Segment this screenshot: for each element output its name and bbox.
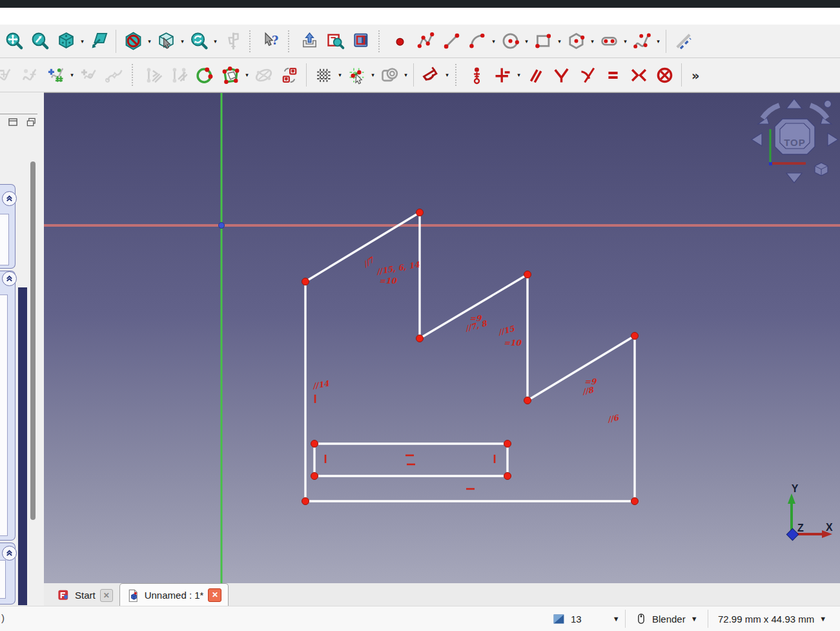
- panel-float-icon[interactable]: [26, 118, 36, 127]
- constraint-label[interactable]: //8: [581, 385, 595, 397]
- create-bspline-dropdown-arrow[interactable]: ▾: [655, 38, 662, 45]
- sketch-edge[interactable]: [528, 336, 635, 400]
- sketch-vertex[interactable]: [311, 473, 318, 480]
- whats-this-button[interactable]: ?: [258, 28, 283, 55]
- box-element-selection-button[interactable]: [153, 28, 179, 55]
- create-line-button[interactable]: [438, 28, 464, 55]
- clone-geometry-button[interactable]: [276, 61, 302, 88]
- mag-refresh-icon: [189, 31, 209, 51]
- draw-style-button[interactable]: [120, 28, 146, 55]
- sketch-canvas[interactable]: //7//15, 6, 14=10=9//7, 8//15=10//14=9//…: [44, 93, 840, 583]
- constraint-tangent-button[interactable]: [574, 61, 600, 88]
- 3d-viewport[interactable]: //7//15, 6, 14=10=9//7, 8//15=10//14=9//…: [44, 92, 840, 583]
- bspline-increase-degree-dropdown-arrow[interactable]: ▾: [68, 72, 76, 78]
- constraint-label[interactable]: //15, 6, 14: [375, 260, 420, 276]
- constraint-label[interactable]: =10: [504, 338, 522, 347]
- toggle-grid-button[interactable]: [311, 61, 336, 88]
- view-fit-selection-plane-button[interactable]: [86, 28, 112, 55]
- sync-view-button[interactable]: [186, 28, 212, 55]
- create-bspline-button[interactable]: [629, 28, 655, 55]
- view-isometric-dropdown-arrow[interactable]: ▾: [79, 38, 86, 45]
- bspline-increase-degree-button[interactable]: [43, 61, 68, 88]
- origin-point[interactable]: [219, 223, 225, 229]
- view-zoom-selection-button[interactable]: [27, 28, 53, 55]
- constraint-label[interactable]: //15: [497, 324, 516, 338]
- collapse-section-button-1[interactable]: [2, 191, 17, 206]
- constraint-equal-button[interactable]: [600, 61, 626, 88]
- panel-dock-icon[interactable]: [8, 118, 18, 127]
- create-arc-dropdown-arrow[interactable]: ▾: [490, 38, 497, 45]
- sketch-vertex[interactable]: [416, 209, 424, 216]
- sync-view-dropdown-arrow[interactable]: ▾: [212, 38, 219, 45]
- collapse-section-button-3[interactable]: [2, 546, 17, 561]
- layer-selector[interactable]: 13 ▼: [552, 606, 620, 631]
- constraint-block-button[interactable]: [651, 61, 677, 88]
- sketch-vertex[interactable]: [302, 498, 309, 505]
- view-section-button[interactable]: [348, 28, 374, 55]
- create-circle-button[interactable]: [497, 28, 523, 55]
- constraint-dimension-button[interactable]: [418, 61, 444, 88]
- render-order-dropdown-arrow[interactable]: ▾: [402, 72, 409, 78]
- view-dimensions-selector[interactable]: 72.99 mm x 44.93 mm ▼: [718, 606, 826, 631]
- box-element-selection-dropdown-arrow[interactable]: ▾: [179, 38, 186, 45]
- collapse-section-button-2[interactable]: [2, 271, 17, 286]
- toggle-snap-button[interactable]: [343, 61, 369, 88]
- tab-close-button[interactable]: ✕: [208, 588, 221, 602]
- tab-unnamed-1[interactable]: Unnamed : 1*✕: [119, 583, 229, 606]
- create-polyline-button[interactable]: [413, 28, 438, 55]
- create-polygon-button[interactable]: [563, 28, 589, 55]
- constraint-dimension-dropdown-arrow[interactable]: ▾: [444, 72, 451, 78]
- create-polygon-dropdown-arrow[interactable]: ▾: [589, 38, 596, 45]
- sketch-vertex[interactable]: [416, 335, 424, 342]
- render-order-button[interactable]: [376, 61, 402, 88]
- toggle-construction-geometry-button[interactable]: [670, 28, 696, 55]
- sketch-vertex[interactable]: [311, 440, 318, 448]
- bspline-control-polygon-dropdown-arrow[interactable]: ▾: [243, 72, 251, 78]
- tab-start[interactable]: Start✕: [50, 584, 119, 606]
- navigation-cube[interactable]: TOP: [749, 94, 840, 186]
- navigation-style-selector[interactable]: Blender ▼: [635, 606, 698, 631]
- constraint-label[interactable]: //7: [361, 255, 376, 270]
- create-point-button[interactable]: [387, 28, 413, 55]
- sketch-vertex[interactable]: [524, 397, 531, 404]
- mouse-icon: [635, 612, 647, 625]
- constraint-parallel-button[interactable]: [522, 61, 548, 88]
- constraint-label[interactable]: //14: [311, 379, 330, 391]
- constraint-coincident-button[interactable]: [464, 61, 489, 88]
- tab-close-button[interactable]: ✕: [100, 589, 113, 602]
- constraint-label[interactable]: =9: [584, 377, 597, 386]
- create-circle-dropdown-arrow[interactable]: ▾: [523, 38, 530, 45]
- constraint-horizontal-vertical-button[interactable]: [489, 61, 515, 88]
- constraint-perpendicular-button[interactable]: [548, 61, 574, 88]
- constraint-label[interactable]: //6: [606, 413, 620, 424]
- view-isometric-button[interactable]: [53, 28, 79, 55]
- toggle-grid-dropdown-arrow[interactable]: ▾: [336, 72, 343, 78]
- status-bar: ) 13 ▼ Blender ▼ 72.99 mm x 44.93 mm ▼: [0, 606, 840, 631]
- task-panel-scrollbar[interactable]: [30, 161, 36, 520]
- sketch-vertex[interactable]: [302, 278, 309, 285]
- constraint-symmetric-button[interactable]: [626, 61, 651, 88]
- create-rectangle-dropdown-arrow[interactable]: ▾: [556, 38, 563, 45]
- sketch-vertex[interactable]: [504, 473, 511, 480]
- sketch-vertex[interactable]: [504, 440, 511, 448]
- draw-style-dropdown-arrow[interactable]: ▾: [146, 38, 153, 45]
- bs-degree-icon: [46, 65, 66, 85]
- create-rectangle-button[interactable]: [530, 28, 556, 55]
- bspline-control-polygon-button[interactable]: [218, 61, 243, 88]
- navcube-face-label: TOP: [784, 137, 806, 148]
- bspline-periodic-button[interactable]: [192, 61, 218, 88]
- view-sketch-button[interactable]: [322, 28, 348, 55]
- toolbar-overflow-button[interactable]: »: [686, 61, 712, 88]
- view-fit-all-button[interactable]: [1, 28, 27, 55]
- constraint-label[interactable]: =10: [379, 276, 397, 285]
- toggle-snap-dropdown-arrow[interactable]: ▾: [369, 72, 376, 78]
- sketch-vertex[interactable]: [524, 271, 531, 278]
- leave-sketch-button[interactable]: [296, 28, 322, 55]
- create-arc-button[interactable]: [464, 28, 490, 55]
- sketch-vertex[interactable]: [631, 498, 639, 505]
- constraint-label[interactable]: //7, 8: [464, 318, 489, 333]
- create-slot-button[interactable]: [596, 28, 622, 55]
- sketch-vertex[interactable]: [631, 333, 639, 340]
- create-slot-dropdown-arrow[interactable]: ▾: [622, 38, 629, 45]
- constraint-horizontal-vertical-dropdown-arrow[interactable]: ▾: [515, 72, 522, 78]
